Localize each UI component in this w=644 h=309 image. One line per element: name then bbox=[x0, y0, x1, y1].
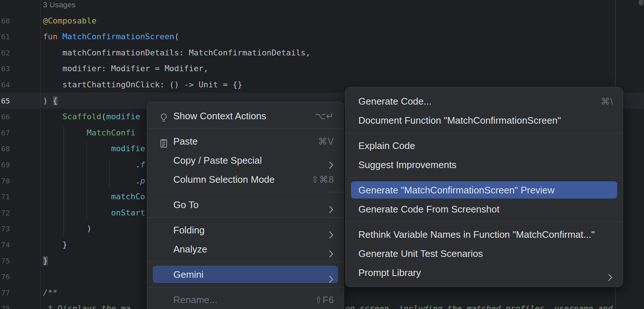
code-token bbox=[43, 192, 111, 201]
code-text: /** bbox=[43, 285, 58, 301]
chevron-right-icon bbox=[329, 201, 333, 220]
menu-item-label: Generate Code From Screenshot bbox=[358, 204, 499, 215]
line-number: 71 bbox=[0, 189, 10, 205]
menu-item-label: Copy / Paste Special bbox=[173, 155, 262, 166]
line-number: 75 bbox=[0, 253, 10, 269]
line-number: 66 bbox=[0, 109, 10, 125]
line-number: 76 bbox=[0, 269, 10, 285]
menu-item-gemini[interactable]: Gemini bbox=[147, 265, 344, 284]
code-token: { bbox=[53, 96, 58, 105]
line-number: 60 bbox=[0, 13, 10, 29]
menu-item-generate-code[interactable]: Generate Code...⌘\ bbox=[345, 92, 623, 111]
code-token: Scaffold bbox=[62, 112, 101, 121]
menu-item-label: Prompt Library bbox=[358, 267, 421, 278]
line-number: 68 bbox=[0, 141, 10, 157]
menu-item-explain-code[interactable]: Explain Code bbox=[345, 136, 623, 155]
chevron-right-icon bbox=[329, 226, 333, 245]
code-text: matchConfirmationDetails: MatchConfirmat… bbox=[43, 45, 310, 61]
line-number: 65 bbox=[0, 93, 10, 109]
clipboard-icon bbox=[158, 136, 169, 155]
menu-item-label: Generate Unit Test Scenarios bbox=[358, 248, 483, 259]
menu-item-label: Generate "MatchConfirmationScreen" Previ… bbox=[358, 185, 554, 196]
code-text: modifier: Modifier = Modifier, bbox=[43, 61, 208, 77]
menu-item-rename[interactable]: Rename...⇧F6 bbox=[147, 290, 344, 309]
lightbulb-icon bbox=[158, 110, 169, 130]
menu-item-folding[interactable]: Folding bbox=[147, 221, 344, 240]
code-token bbox=[43, 240, 62, 249]
menu-separator bbox=[147, 192, 344, 192]
code-token: /** bbox=[43, 288, 58, 297]
code-token: 3 Usages bbox=[43, 0, 76, 9]
menu-item-label: Column Selection Mode bbox=[173, 174, 275, 185]
menu-separator bbox=[345, 177, 623, 178]
chevron-right-icon bbox=[329, 245, 333, 264]
code-token: } bbox=[43, 256, 48, 265]
menu-separator bbox=[147, 217, 344, 218]
menu-item-paste[interactable]: Paste⌘V bbox=[147, 132, 344, 151]
line-number: 61 bbox=[0, 29, 10, 45]
menu-item-label: Document Function "MatchConfirmationScre… bbox=[358, 115, 561, 126]
gemini-submenu: Generate Code...⌘\Document Function "Mat… bbox=[345, 87, 623, 287]
code-token: ( bbox=[101, 112, 106, 121]
menu-item-label: Go To bbox=[173, 199, 199, 210]
code-token: f bbox=[140, 160, 145, 169]
shortcut-hint: ⇧F6 bbox=[315, 290, 334, 309]
menu-separator bbox=[345, 222, 623, 222]
menu-item-label: Gemini bbox=[173, 269, 203, 280]
code-line-61[interactable]: 61fun MatchConfirmationScreen( bbox=[0, 29, 644, 45]
menu-item-label: Rename... bbox=[173, 294, 217, 305]
editor-context-menu: Show Context Actions⌥↵Paste⌘VCopy / Past… bbox=[147, 102, 344, 309]
chevron-right-icon bbox=[608, 269, 612, 288]
code-token: ) bbox=[87, 224, 91, 233]
code-text: ) { bbox=[43, 93, 58, 109]
code-token bbox=[43, 112, 62, 121]
menu-item-suggest-improvements[interactable]: Suggest Improvements bbox=[345, 155, 623, 174]
code-editor[interactable]: 3 Usages60@Composable61fun MatchConfirma… bbox=[0, 0, 644, 309]
line-number: 62 bbox=[0, 45, 10, 61]
menu-item-generate-matchconfirmationscreen-preview[interactable]: Generate "MatchConfirmationScreen" Previ… bbox=[345, 181, 623, 200]
code-token: modifier: Modifier = Modifier, bbox=[43, 64, 208, 73]
menu-item-go-to[interactable]: Go To bbox=[147, 195, 344, 214]
code-token: . bbox=[135, 160, 140, 169]
code-text-continuation: on screen, including the matched profile… bbox=[345, 301, 612, 309]
code-line-60[interactable]: 60@Composable bbox=[0, 13, 644, 29]
code-text: @Composable bbox=[43, 13, 97, 29]
menu-item-rethink-variable-names-in-function-matchco[interactable]: Rethink Variable Names in Function "Matc… bbox=[345, 225, 623, 244]
shortcut-hint: ⌥↵ bbox=[315, 106, 334, 126]
shortcut-hint: ⌘\ bbox=[601, 92, 613, 111]
menu-item-copy-paste-special[interactable]: Copy / Paste Special bbox=[147, 151, 344, 170]
menu-separator bbox=[147, 128, 344, 129]
menu-item-prompt-library[interactable]: Prompt Library bbox=[345, 263, 623, 282]
menu-item-document-function-matchconfirmationscreen[interactable]: Document Function "MatchConfirmationScre… bbox=[345, 111, 623, 130]
code-text: 3 Usages bbox=[43, 0, 76, 13]
code-token: modifie bbox=[111, 144, 145, 153]
code-text: matchCo bbox=[43, 189, 145, 205]
code-token: startChattingOnClick: () -> Unit = {} bbox=[43, 80, 242, 89]
code-token: MatchConfi bbox=[87, 128, 135, 137]
code-token: . bbox=[135, 176, 140, 185]
menu-item-show-context-actions[interactable]: Show Context Actions⌥↵ bbox=[147, 106, 344, 126]
code-text: onStart bbox=[43, 205, 145, 221]
code-line-63[interactable]: 63 modifier: Modifier = Modifier, bbox=[0, 61, 644, 77]
code-token bbox=[43, 176, 135, 185]
code-text: .p bbox=[43, 173, 145, 189]
shortcut-hint: ⌘V bbox=[318, 132, 334, 151]
usages-inlay-hint[interactable]: 3 Usages bbox=[0, 0, 644, 13]
menu-separator bbox=[345, 133, 623, 133]
line-number: 67 bbox=[0, 125, 10, 141]
menu-item-generate-code-from-screenshot[interactable]: Generate Code From Screenshot bbox=[345, 200, 623, 219]
code-text: * Displays the ma bbox=[43, 301, 130, 309]
menu-item-label: Folding bbox=[173, 225, 205, 236]
code-token bbox=[43, 160, 135, 169]
menu-item-analyze[interactable]: Analyze bbox=[147, 240, 344, 259]
menu-item-label: Explain Code bbox=[358, 140, 415, 151]
menu-item-label: Suggest Improvements bbox=[358, 159, 456, 170]
code-token: ) bbox=[43, 96, 53, 105]
line-number: 78 bbox=[0, 301, 10, 309]
code-line-62[interactable]: 62 matchConfirmationDetails: MatchConfir… bbox=[0, 45, 644, 61]
menu-item-column-selection-mode[interactable]: Column Selection Mode⇧⌘8 bbox=[147, 170, 344, 189]
code-text: startChattingOnClick: () -> Unit = {} bbox=[43, 77, 242, 93]
menu-item-generate-unit-test-scenarios[interactable]: Generate Unit Test Scenarios bbox=[345, 244, 623, 263]
menu-item-label: Paste bbox=[173, 136, 198, 147]
code-token: MatchConfirmationScreen bbox=[62, 32, 174, 41]
